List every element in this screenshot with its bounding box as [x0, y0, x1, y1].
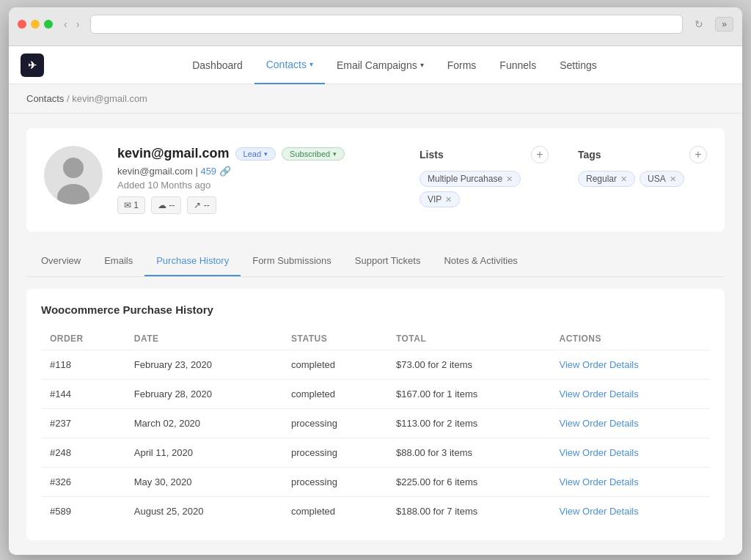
table-header: Order Date Status Total Actions — [41, 328, 710, 350]
view-order-link-0[interactable]: View Order Details — [560, 359, 639, 370]
nav-contacts[interactable]: Contacts ▾ — [254, 46, 325, 84]
contact-card: kevin@gmail.com Lead ▾ Subscribed ▾ kevi… — [26, 128, 725, 232]
contacts-caret: ▾ — [309, 60, 313, 68]
contact-meta: kevin@gmail.com | 459 🔗 — [117, 166, 405, 177]
col-actions: Actions — [551, 328, 710, 350]
order-number: #118 — [41, 350, 125, 380]
lists-block: Lists + Multiple Purcahase ✕ VIP ✕ — [420, 146, 549, 207]
lead-badge[interactable]: Lead ▾ — [235, 147, 276, 161]
traffic-lights — [18, 20, 53, 29]
app-nav: ✈ Dashboard Contacts ▾ Email Campaigns ▾… — [9, 46, 742, 84]
order-total: $188.00 for 7 items — [387, 497, 551, 526]
purchase-history-table: Order Date Status Total Actions #118 Feb… — [41, 328, 710, 526]
nav-settings[interactable]: Settings — [548, 46, 609, 84]
lists-tags-section: Lists + Multiple Purcahase ✕ VIP ✕ — [420, 146, 707, 207]
contact-actions: ✉ 1 ☁ -- ↗ -- — [117, 196, 405, 214]
svg-point-1 — [63, 158, 84, 178]
purchase-history-table-section: Woocommerce Purchase History Order Date … — [26, 289, 725, 540]
order-date: February 23, 2020 — [125, 350, 282, 380]
remove-tag-regular[interactable]: ✕ — [620, 174, 627, 184]
order-number: #589 — [41, 497, 125, 526]
breadcrumb-parent-link[interactable]: Contacts — [26, 93, 64, 104]
add-tag-button[interactable]: + — [689, 146, 707, 163]
order-number: #237 — [41, 409, 125, 438]
add-list-button[interactable]: + — [531, 146, 549, 163]
subscribed-badge-caret: ▾ — [333, 150, 337, 158]
tab-purchase-history[interactable]: Purchase History — [144, 246, 241, 276]
order-status: processing — [282, 409, 387, 438]
table-row: #237 March 02, 2020 processing $113.00 f… — [41, 409, 710, 438]
nav-email-campaigns[interactable]: Email Campaigns ▾ — [325, 46, 436, 84]
breadcrumb-current: kevin@gmail.com — [72, 93, 147, 104]
order-status: completed — [282, 350, 387, 380]
share-action-button[interactable]: ↗ -- — [187, 196, 216, 214]
lists-title: Lists — [420, 149, 444, 161]
avatar — [44, 146, 103, 205]
nav-dashboard[interactable]: Dashboard — [180, 46, 254, 84]
cloud-action-button[interactable]: ☁ -- — [151, 196, 181, 214]
order-number: #248 — [41, 438, 125, 468]
table-title: Woocommerce Purchase History — [41, 303, 710, 316]
table-row: #144 February 28, 2020 completed $167.00… — [41, 380, 710, 409]
table-row: #248 April 11, 2020 processing $88.00 fo… — [41, 438, 710, 468]
browser-window: ‹ › ↻ » ✈ Dashboard Contacts ▾ Email Cam… — [9, 7, 742, 555]
view-order-link-4[interactable]: View Order Details — [560, 476, 639, 487]
order-number: #144 — [41, 380, 125, 409]
view-order-link-3[interactable]: View Order Details — [560, 447, 639, 458]
order-number: #326 — [41, 468, 125, 497]
nav-funnels[interactable]: Funnels — [488, 46, 548, 84]
remove-list-multiple-purchase[interactable]: ✕ — [506, 174, 513, 184]
view-order-link-1[interactable]: View Order Details — [560, 388, 639, 399]
tab-overview[interactable]: Overview — [29, 246, 92, 276]
list-item-vip: VIP ✕ — [420, 191, 460, 207]
address-bar[interactable] — [90, 15, 683, 34]
tabs-bar: Overview Emails Purchase History Form Su… — [26, 246, 725, 277]
order-date: February 28, 2020 — [125, 380, 282, 409]
back-button[interactable]: ‹ — [60, 17, 71, 32]
browser-nav-arrows: ‹ › — [60, 17, 83, 32]
col-status: Status — [282, 328, 387, 350]
contact-added: Added 10 Months ago — [117, 180, 405, 191]
contact-id-link[interactable]: 459 — [200, 166, 216, 177]
table-row: #118 February 23, 2020 completed $73.00 … — [41, 350, 710, 380]
order-total: $88.00 for 3 items — [387, 438, 551, 468]
nav-forms[interactable]: Forms — [436, 46, 488, 84]
lists-tags-row: Multiple Purcahase ✕ VIP ✕ — [420, 171, 549, 207]
remove-tag-usa[interactable]: ✕ — [670, 174, 676, 184]
fullscreen-traffic-light[interactable] — [44, 20, 53, 29]
tags-title: Tags — [578, 149, 601, 161]
order-date: March 02, 2020 — [125, 409, 282, 438]
email-campaigns-caret: ▾ — [420, 61, 424, 69]
minimize-traffic-light[interactable] — [31, 20, 40, 29]
subscribed-badge[interactable]: Subscribed ▾ — [282, 147, 345, 161]
table-body: #118 February 23, 2020 completed $73.00 … — [41, 350, 710, 526]
list-item-multiple-purchase: Multiple Purcahase ✕ — [420, 171, 521, 187]
col-order: Order — [41, 328, 125, 350]
contact-email: kevin@gmail.com — [117, 146, 230, 161]
remove-list-vip[interactable]: ✕ — [445, 195, 452, 205]
forward-button[interactable]: › — [73, 17, 84, 32]
order-total: $167.00 for 1 items — [387, 380, 551, 409]
order-date: April 11, 2020 — [125, 438, 282, 468]
tag-item-usa: USA ✕ — [640, 171, 684, 187]
close-traffic-light[interactable] — [18, 20, 26, 29]
extensions-button[interactable]: » — [715, 17, 733, 32]
col-date: Date — [125, 328, 282, 350]
tags-block: Tags + Regular ✕ USA ✕ — [578, 146, 707, 207]
tab-notes-activities[interactable]: Notes & Activities — [432, 246, 529, 276]
tab-support-tickets[interactable]: Support Tickets — [343, 246, 433, 276]
reload-button[interactable]: ↻ — [690, 17, 708, 32]
nav-items: Dashboard Contacts ▾ Email Campaigns ▾ F… — [59, 46, 730, 84]
email-count-button[interactable]: ✉ 1 — [117, 196, 145, 214]
order-total: $113.00 for 2 items — [387, 409, 551, 438]
view-order-link-5[interactable]: View Order Details — [560, 506, 639, 517]
tab-emails[interactable]: Emails — [92, 246, 144, 276]
lead-badge-caret: ▾ — [264, 150, 268, 158]
breadcrumb: Contacts / kevin@gmail.com — [9, 84, 742, 114]
tab-form-submissions[interactable]: Form Submissions — [241, 246, 343, 276]
order-status: processing — [282, 468, 387, 497]
order-date: May 30, 2020 — [125, 468, 282, 497]
view-order-link-2[interactable]: View Order Details — [560, 418, 639, 429]
contact-info: kevin@gmail.com Lead ▾ Subscribed ▾ kevi… — [117, 146, 405, 214]
contact-name-row: kevin@gmail.com Lead ▾ Subscribed ▾ — [117, 146, 405, 161]
